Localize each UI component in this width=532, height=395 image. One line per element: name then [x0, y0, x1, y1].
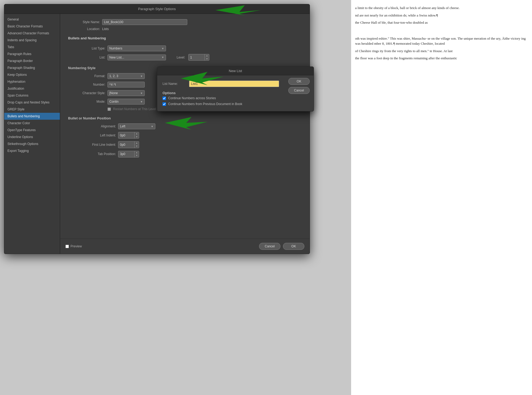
level-spinner[interactable]: ▲ ▼: [188, 54, 209, 61]
alignment-dropdown[interactable]: Left ▼: [118, 123, 155, 129]
list-type-label: List Type:: [68, 47, 105, 50]
bullets-numbering-header: Bullets and Numbering: [68, 36, 302, 40]
list-arrow-icon: ▼: [161, 56, 164, 59]
preview-row: Preview: [65, 244, 82, 248]
dialog-title-bar: Paragraph Style Options: [4, 4, 310, 14]
tab-position-up[interactable]: ▲: [135, 151, 139, 154]
list-label: List:: [68, 56, 105, 59]
left-indent-input[interactable]: [118, 133, 134, 138]
tab-position-buttons: ▲ ▼: [134, 151, 139, 157]
character-style-arrow-icon: ▼: [140, 92, 143, 95]
left-indent-label: Left Indent:: [68, 134, 116, 137]
sidebar-item-advanced-character[interactable]: Advanced Character Formats: [4, 30, 60, 37]
continue-stories-checkbox[interactable]: [163, 97, 166, 100]
sidebar-item-character-color[interactable]: Character Color: [4, 120, 60, 127]
alignment-label: Alignment:: [68, 124, 116, 128]
list-value: New List...: [109, 56, 124, 59]
mode-label: Mode:: [68, 100, 105, 103]
list-dropdown[interactable]: New List... ▼: [107, 55, 166, 60]
sidebar-item-export-tagging[interactable]: Export Tagging: [4, 147, 60, 154]
mode-dropdown[interactable]: Contin ▼: [107, 99, 145, 105]
sidebar-item-grep-style[interactable]: GREP Style: [4, 106, 60, 113]
content-scroll-area: Style Name: Location: Lists Bullets and …: [60, 14, 310, 239]
new-list-options: Continue Numbers across Stories Continue…: [163, 96, 279, 106]
sidebar: General Basic Character Formats Advanced…: [4, 14, 60, 254]
style-name-input[interactable]: [102, 19, 187, 25]
new-list-cancel-button[interactable]: Cancel: [288, 87, 310, 94]
new-list-options-section: Options Continue Numbers across Stories …: [163, 91, 308, 106]
restart-numbers-checkbox[interactable]: [107, 107, 111, 111]
format-value: 1, 2, 3: [109, 74, 118, 78]
tab-position-spinner[interactable]: ▲ ▼: [118, 151, 139, 157]
sidebar-item-justification[interactable]: Justification: [4, 85, 60, 92]
continue-previous-checkbox[interactable]: [163, 102, 166, 106]
level-label: Level:: [169, 56, 185, 59]
sidebar-item-paragraph-shading[interactable]: Paragraph Shading: [4, 64, 60, 71]
new-list-name-input[interactable]: [189, 81, 279, 87]
list-row: List: New List... ▼ Level: ▲ ▼: [68, 54, 302, 61]
first-line-indent-input[interactable]: [118, 142, 134, 147]
cancel-button[interactable]: Cancel: [259, 243, 280, 250]
new-list-name-row: List Name:: [163, 81, 308, 87]
location-label: Location:: [68, 27, 100, 31]
restart-numbers-label: Restart Numbers at This Level After: [113, 107, 164, 111]
list-type-dropdown[interactable]: Numbers ▼: [107, 45, 166, 51]
sidebar-item-bullets-numbering[interactable]: Bullets and Numbering: [4, 113, 60, 120]
number-input[interactable]: [107, 82, 145, 88]
character-style-value: [None: [109, 91, 118, 95]
sidebar-item-indents-spacing[interactable]: Indents and Spacing: [4, 37, 60, 44]
format-label: Format:: [68, 74, 105, 78]
level-down-button[interactable]: ▼: [205, 57, 209, 61]
tab-position-input[interactable]: [118, 151, 134, 157]
sidebar-item-paragraph-border[interactable]: Paragraph Border: [4, 57, 60, 64]
sidebar-item-strikethrough[interactable]: Strikethrough Options: [4, 140, 60, 147]
sidebar-item-drop-caps[interactable]: Drop Caps and Nested Styles: [4, 99, 60, 106]
new-list-ok-button[interactable]: OK: [288, 78, 310, 85]
new-list-title-bar: New List: [157, 67, 314, 75]
continue-previous-label: Continue Numbers from Previous Document …: [168, 102, 242, 106]
dialog-buttons-row: Preview Cancel OK: [60, 239, 310, 254]
character-style-label: Character Style:: [68, 91, 105, 95]
continue-previous-row: Continue Numbers from Previous Document …: [163, 102, 279, 106]
sidebar-item-basic-character[interactable]: Basic Character Formats: [4, 23, 60, 30]
location-value: Lists: [102, 27, 109, 31]
sidebar-item-underline[interactable]: Underline Options: [4, 134, 60, 140]
sidebar-item-opentype[interactable]: OpenType Features: [4, 127, 60, 134]
document-text-area: a limit to the obesity of a block, ball …: [351, 0, 532, 395]
number-label: Number:: [68, 83, 105, 86]
style-name-row: Style Name:: [68, 19, 302, 25]
first-line-indent-spinner[interactable]: ▲ ▼: [118, 141, 139, 148]
left-indent-down[interactable]: ▼: [135, 135, 139, 139]
character-style-dropdown[interactable]: [None ▼: [107, 90, 145, 96]
new-list-name-label: List Name:: [163, 82, 186, 86]
sidebar-item-span-columns[interactable]: Span Columns: [4, 92, 60, 99]
style-name-label: Style Name:: [68, 20, 100, 24]
continue-stories-row: Continue Numbers across Stories: [163, 96, 279, 100]
level-input[interactable]: [189, 55, 205, 60]
sidebar-item-tabs[interactable]: Tabs: [4, 44, 60, 51]
new-list-dialog: New List List Name: Options Continue Num…: [157, 66, 314, 111]
continue-stories-label: Continue Numbers across Stories: [168, 96, 216, 100]
new-list-body: List Name: Options Continue Numbers acro…: [157, 75, 314, 111]
preview-label: Preview: [70, 244, 82, 248]
left-indent-up[interactable]: ▲: [135, 132, 139, 135]
sidebar-item-paragraph-rules[interactable]: Paragraph Rules: [4, 51, 60, 57]
left-indent-spinner[interactable]: ▲ ▼: [118, 132, 139, 139]
list-type-arrow-icon: ▼: [161, 47, 164, 50]
level-up-button[interactable]: ▲: [205, 54, 209, 57]
format-dropdown[interactable]: 1, 2, 3 ▼: [107, 73, 145, 79]
level-spinner-buttons: ▲ ▼: [205, 54, 209, 60]
ok-button[interactable]: OK: [283, 243, 304, 250]
tab-position-label: Tab Position:: [68, 152, 116, 156]
sidebar-item-general[interactable]: General: [4, 16, 60, 23]
sidebar-item-keep-options[interactable]: Keep Options: [4, 71, 60, 78]
first-line-indent-label: First Line Indent:: [68, 143, 116, 147]
list-type-row: List Type: Numbers ▼: [68, 45, 302, 51]
first-line-indent-up[interactable]: ▲: [135, 142, 139, 145]
sidebar-item-hyphenation[interactable]: Hyphenation: [4, 78, 60, 85]
alignment-row: Alignment: Left ▼: [68, 123, 302, 129]
preview-checkbox[interactable]: [65, 245, 69, 248]
first-line-indent-down[interactable]: ▼: [135, 145, 139, 148]
alignment-value: Left: [120, 124, 125, 128]
tab-position-down[interactable]: ▼: [135, 154, 139, 157]
